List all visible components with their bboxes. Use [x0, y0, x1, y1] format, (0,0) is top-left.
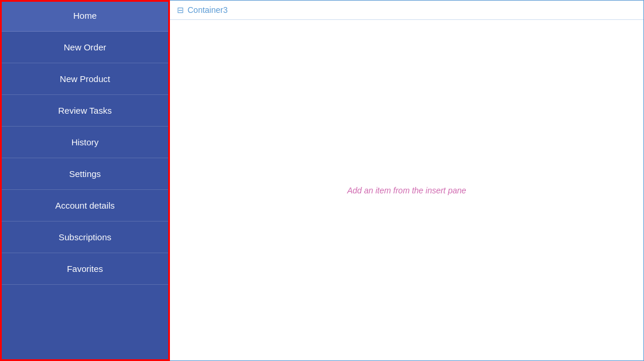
sidebar-item-new-product[interactable]: New Product [0, 63, 170, 95]
app-container: HomeNew OrderNew ProductReview TasksHist… [0, 0, 644, 361]
sidebar-item-favorites[interactable]: Favorites [0, 253, 170, 285]
container-icon: ⊟ [177, 5, 184, 15]
sidebar-item-new-order[interactable]: New Order [0, 32, 170, 63]
main-content: ⊟ Container3 Add an item from the insert… [170, 0, 644, 361]
sidebar-item-subscriptions[interactable]: Subscriptions [0, 222, 170, 253]
sidebar-item-history[interactable]: History [0, 127, 170, 158]
sidebar-item-review-tasks[interactable]: Review Tasks [0, 95, 170, 127]
container-title: Container3 [188, 5, 228, 15]
sidebar-item-account-details[interactable]: Account details [0, 190, 170, 222]
sidebar-item-home[interactable]: Home [0, 0, 170, 32]
main-body: Add an item from the insert pane [170, 20, 643, 360]
sidebar-item-settings[interactable]: Settings [0, 158, 170, 190]
sidebar: HomeNew OrderNew ProductReview TasksHist… [0, 0, 170, 361]
insert-hint: Add an item from the insert pane [347, 186, 466, 195]
main-header: ⊟ Container3 [170, 1, 643, 20]
sidebar-nav: HomeNew OrderNew ProductReview TasksHist… [0, 0, 170, 285]
